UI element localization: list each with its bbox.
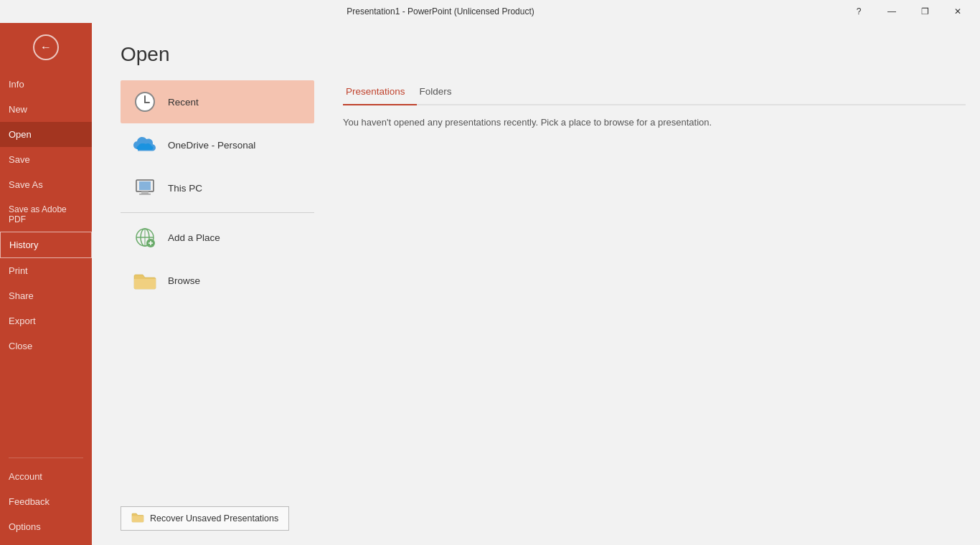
open-layout: Recent OneDrive - Personal — [92, 80, 980, 495]
empty-message: You haven't opened any presentations rec… — [343, 117, 966, 128]
svg-rect-6 — [139, 194, 151, 195]
app-body: ← Info New Open Save Save As Save as Ado… — [0, 23, 980, 545]
svg-rect-5 — [141, 191, 149, 194]
add-place-icon — [132, 224, 158, 250]
titlebar-title: Presentation1 - PowerPoint (Unlicensed P… — [39, 6, 842, 16]
sidebar: ← Info New Open Save Save As Save as Ado… — [0, 23, 92, 545]
minimize-button[interactable]: — — [875, 0, 908, 23]
sidebar-nav: Info New Open Save Save As Save as Adobe… — [0, 72, 92, 452]
help-button[interactable]: ? — [842, 0, 875, 23]
sidebar-item-new[interactable]: New — [0, 97, 92, 122]
locations-panel: Recent OneDrive - Personal — [92, 80, 329, 495]
back-button[interactable]: ← — [0, 23, 92, 72]
titlebar-controls: ? — ❐ ✕ — [842, 0, 974, 23]
sidebar-item-export[interactable]: Export — [0, 308, 92, 333]
clock-icon — [132, 89, 158, 115]
this-pc-icon — [132, 175, 158, 201]
location-this-pc-label: This PC — [168, 183, 202, 194]
location-recent[interactable]: Recent — [121, 80, 314, 123]
sidebar-item-history[interactable]: History — [0, 232, 92, 258]
tab-folders[interactable]: Folders — [417, 80, 463, 105]
content-area: Open Recent — [92, 23, 980, 545]
sidebar-bottom: Account Feedback Options — [0, 452, 92, 545]
sidebar-item-open[interactable]: Open — [0, 122, 92, 147]
sidebar-item-close[interactable]: Close — [0, 333, 92, 359]
tabs: Presentations Folders — [343, 80, 966, 105]
page-title: Open — [92, 23, 980, 80]
sidebar-item-share[interactable]: Share — [0, 283, 92, 308]
sidebar-item-save[interactable]: Save — [0, 147, 92, 172]
sidebar-item-options[interactable]: Options — [0, 514, 92, 539]
back-arrow-icon: ← — [33, 34, 59, 60]
sidebar-divider — [9, 458, 83, 458]
location-browse-label: Browse — [168, 275, 200, 286]
recover-bar: Recover Unsaved Presentations — [92, 495, 980, 545]
sidebar-item-save-as[interactable]: Save As — [0, 172, 92, 197]
sidebar-item-info[interactable]: Info — [0, 72, 92, 97]
maximize-button[interactable]: ❐ — [908, 0, 941, 23]
recover-button[interactable]: Recover Unsaved Presentations — [121, 506, 289, 531]
location-divider — [121, 212, 314, 213]
location-add-place[interactable]: Add a Place — [121, 216, 314, 259]
location-onedrive[interactable]: OneDrive - Personal — [121, 123, 314, 166]
location-this-pc[interactable]: This PC — [121, 166, 314, 209]
onedrive-icon — [132, 132, 158, 158]
sidebar-item-save-as-pdf[interactable]: Save as Adobe PDF — [0, 197, 92, 232]
sidebar-item-feedback[interactable]: Feedback — [0, 489, 92, 514]
browse-icon — [132, 267, 158, 293]
recover-folder-icon — [131, 511, 144, 526]
sidebar-item-account[interactable]: Account — [0, 464, 92, 489]
sidebar-item-print[interactable]: Print — [0, 258, 92, 283]
location-onedrive-label: OneDrive - Personal — [168, 140, 255, 151]
tab-presentations[interactable]: Presentations — [343, 80, 417, 105]
titlebar: Presentation1 - PowerPoint (Unlicensed P… — [0, 0, 980, 23]
svg-rect-4 — [139, 181, 151, 190]
location-recent-label: Recent — [168, 97, 199, 108]
recent-panel: Presentations Folders You haven't opened… — [329, 80, 980, 495]
location-add-place-label: Add a Place — [168, 232, 220, 243]
location-browse[interactable]: Browse — [121, 259, 314, 302]
recover-label: Recover Unsaved Presentations — [150, 513, 278, 523]
close-button[interactable]: ✕ — [941, 0, 974, 23]
